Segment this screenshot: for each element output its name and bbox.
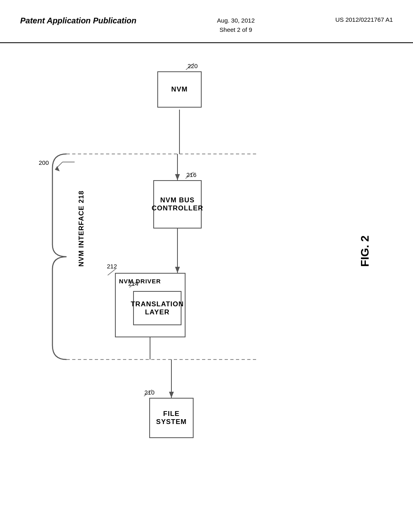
file-system-box: FILE SYSTEM (149, 398, 194, 438)
fig-label: FIG. 2 (359, 235, 371, 267)
page-header: Patent Application Publication Aug. 30, … (0, 0, 413, 43)
date-label: Aug. 30, 2012 (217, 17, 254, 24)
svg-marker-12 (55, 166, 60, 171)
ref-214-tick (127, 280, 140, 288)
diagram-area: NVM NVM BUS CONTROLLER NVM DRIVER TRANSL… (0, 47, 413, 523)
svg-marker-7 (175, 174, 180, 180)
svg-line-11 (56, 162, 63, 168)
svg-line-17 (144, 390, 152, 396)
nvm-bus-controller-box: NVM BUS CONTROLLER (153, 180, 202, 229)
svg-marker-8 (175, 267, 180, 273)
ref-210-tick (142, 389, 154, 397)
file-system-label: FILE SYSTEM (156, 410, 187, 426)
svg-line-13 (108, 269, 116, 275)
nvm-label: NVM (171, 85, 188, 94)
translation-layer-label: TRANSLATION LAYER (131, 300, 184, 316)
svg-line-16 (186, 172, 194, 179)
sheet-label: Sheet 2 of 9 (219, 26, 252, 33)
svg-line-14 (129, 281, 138, 287)
ref-216-tick (184, 171, 196, 179)
nvm-box: NVM (157, 71, 202, 108)
nvm-bus-controller-label: NVM BUS CONTROLLER (152, 196, 203, 212)
ref-220-tick (184, 62, 196, 71)
nvm-interface-label: NVM INTERFACE 218 (77, 191, 86, 267)
publication-number: US 2012/0221767 A1 (335, 16, 393, 23)
nvm-driver-label: NVM DRIVER (119, 278, 161, 285)
publication-title: Patent Application Publication (20, 16, 136, 25)
svg-line-15 (186, 63, 194, 70)
diagram-connectors (0, 47, 413, 523)
ref-200: 200 (39, 159, 49, 166)
svg-marker-9 (169, 392, 174, 398)
ref-212-tick (106, 268, 118, 276)
publication-date-sheet: Aug. 30, 2012 Sheet 2 of 9 (217, 16, 254, 34)
translation-layer-box: TRANSLATION LAYER (133, 291, 181, 325)
